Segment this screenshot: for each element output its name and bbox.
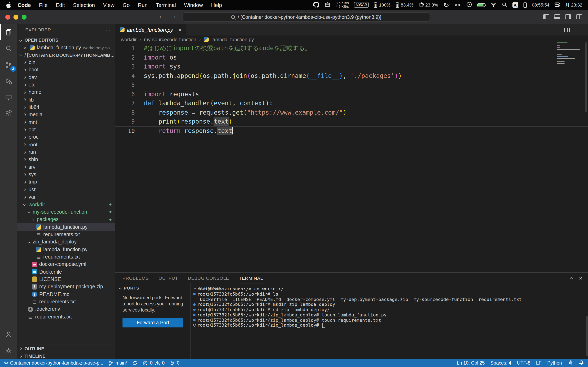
command-decoration-success[interactable]: [191, 303, 197, 306]
tree-item-sys[interactable]: sys: [17, 171, 115, 178]
open-editor-entry[interactable]: × lambda_function.py workdir/my-sour...: [17, 44, 115, 51]
command-decoration-pending[interactable]: [191, 324, 197, 327]
tree-item-media[interactable]: media: [17, 111, 115, 118]
tree-item-Dockerfile[interactable]: Dockerfile: [17, 268, 115, 276]
control-center-icon[interactable]: [555, 2, 560, 8]
tree-item-mnt[interactable]: mnt: [17, 118, 115, 126]
code-brackets-icon[interactable]: <>: [455, 2, 461, 7]
forward-button[interactable]: →: [171, 13, 176, 19]
tree-item-requirements.txt[interactable]: requirements.txt: [17, 313, 115, 320]
code-line-4[interactable]: 4sys.path.append(os.path.join(os.path.di…: [115, 71, 588, 80]
code-line-6[interactable]: 6import requests: [115, 90, 588, 99]
menu-window[interactable]: Window: [180, 2, 207, 8]
tree-item-run[interactable]: run: [17, 149, 115, 156]
menu-view[interactable]: View: [99, 2, 119, 8]
tree-item-dev[interactable]: dev: [17, 74, 115, 81]
split-editor-icon[interactable]: [564, 27, 570, 32]
tab-lambda-function[interactable]: lambda_function.py ×: [115, 24, 186, 35]
settings-gear-icon[interactable]: [0, 342, 17, 359]
panel-tab-terminal[interactable]: TERMINAL: [239, 273, 263, 284]
menu-go[interactable]: Go: [119, 2, 134, 8]
tree-item-LICENSE[interactable]: LICENSE: [17, 276, 115, 283]
accounts-icon[interactable]: [0, 326, 17, 342]
close-panel-icon[interactable]: ×: [579, 275, 582, 281]
command-decoration-success[interactable]: [191, 293, 197, 295]
toggle-secondary-sidebar-icon[interactable]: [565, 14, 571, 19]
tree-item-requirements.txt[interactable]: requirements.txt: [17, 231, 115, 238]
command-decoration-success[interactable]: [191, 319, 197, 321]
close-icon[interactable]: ×: [24, 45, 28, 50]
menu-date[interactable]: 月 23:32: [565, 2, 582, 8]
close-window-button[interactable]: [5, 15, 10, 20]
menu-help[interactable]: Help: [207, 2, 226, 8]
close-tab-icon[interactable]: ×: [178, 27, 182, 33]
apple-menu-icon[interactable]: [6, 2, 12, 8]
remote-indicator[interactable]: >< Container docker-python-lambda-zip-us…: [4, 360, 103, 365]
tree-item-my-deployment-package.zip[interactable]: my-deployment-package.zip: [17, 283, 115, 291]
zoom-window-button[interactable]: [22, 15, 26, 20]
spotlight-search-icon[interactable]: [502, 2, 507, 8]
tree-item-lambda_function.py[interactable]: lambda_function.py: [17, 246, 115, 253]
editor-scrollbar[interactable]: [585, 42, 587, 112]
command-center[interactable]: / [Container docker-python-lambda-zip-us…: [182, 12, 430, 22]
device-icon[interactable]: [523, 2, 527, 8]
wifi-icon[interactable]: [490, 2, 496, 8]
tree-item-bin[interactable]: bin: [17, 59, 115, 66]
code-editor[interactable]: 1#はじめにimportの検索pathを追加するcodeを記載する。2impor…: [115, 44, 588, 135]
menu-code[interactable]: Code: [13, 2, 35, 8]
indentation[interactable]: Spaces: 4: [490, 360, 511, 365]
terminal-scrollbar[interactable]: [586, 316, 588, 356]
code-line-10[interactable]: 10 return response.text: [115, 126, 588, 135]
command-decoration-success[interactable]: [191, 309, 197, 311]
tree-item-lambda_function.py[interactable]: lambda_function.py: [17, 223, 115, 231]
disk-usage-indicator[interactable]: 605GB: [354, 2, 369, 8]
menu-terminal[interactable]: Terminal: [152, 2, 180, 8]
more-actions-icon[interactable]: ⋯: [576, 26, 582, 33]
breadcrumb-item[interactable]: workdir: [121, 37, 137, 42]
command-decoration-success[interactable]: [191, 314, 197, 316]
tree-item-root[interactable]: root: [17, 141, 115, 149]
code-line-9[interactable]: 9 print(response.text): [115, 117, 588, 126]
tree-item-usr[interactable]: usr: [17, 186, 115, 193]
maximize-panel-icon[interactable]: [570, 277, 573, 281]
extensions-icon[interactable]: [0, 106, 17, 122]
menu-clock[interactable]: 08:55:54: [532, 2, 549, 7]
code-line-2[interactable]: 2import os: [115, 53, 588, 62]
tree-item-boot[interactable]: boot: [17, 66, 115, 74]
explorer-icon[interactable]: [0, 24, 17, 40]
tree-item-README.md[interactable]: README.md: [17, 291, 115, 298]
code-line-1[interactable]: 1#はじめにimportの検索pathを追加するcodeを記載する。: [115, 44, 588, 53]
menu-run[interactable]: Run: [134, 2, 152, 8]
notifications-bell-icon[interactable]: [579, 360, 584, 366]
search-icon[interactable]: [0, 40, 17, 57]
tree-item-srv[interactable]: srv: [17, 163, 115, 171]
tree-item-packages[interactable]: packages: [17, 216, 115, 223]
tree-item-my-sourcecode-function[interactable]: my-sourcecode-function: [17, 208, 115, 216]
tree-item-sbin[interactable]: sbin: [17, 156, 115, 164]
forward-port-button[interactable]: Forward a Port: [122, 318, 183, 327]
tree-item-zip_lambda_deploy[interactable]: zip_lambda_deploy: [17, 238, 115, 246]
panel-tab-problems[interactable]: PROBLEMS: [122, 273, 149, 284]
encoding[interactable]: UTF-8: [517, 360, 530, 365]
remote-explorer-icon[interactable]: [0, 89, 17, 106]
cursor-position[interactable]: Ln 10, Col 25: [457, 360, 485, 365]
forwarded-ports-indicator[interactable]: 0: [169, 360, 180, 366]
tree-item-home[interactable]: home: [17, 89, 115, 96]
tree-item-requirements.txt[interactable]: requirements.txt: [17, 253, 115, 261]
code-line-3[interactable]: 3import sys: [115, 62, 588, 71]
input-source-icon[interactable]: A: [512, 2, 518, 8]
problems-indicator[interactable]: 0 0: [143, 360, 165, 366]
minimap[interactable]: [557, 42, 582, 65]
ports-section-header[interactable]: PORTS: [119, 285, 139, 290]
battery-charging-icon[interactable]: [477, 3, 485, 7]
code-line-5[interactable]: 5: [115, 80, 588, 90]
tree-item-.dockerenv[interactable]: .dockerenv: [17, 305, 115, 313]
tree-item-lib64[interactable]: lib64: [17, 104, 115, 111]
git-branch-indicator[interactable]: main*: [108, 360, 128, 366]
language-mode[interactable]: Python: [547, 360, 562, 365]
box-icon[interactable]: [325, 2, 330, 8]
tree-item-lib[interactable]: lib: [17, 96, 115, 104]
customize-layout-icon[interactable]: [576, 14, 582, 19]
menu-file[interactable]: File: [35, 2, 52, 8]
battery-indicator-1[interactable]: 100%: [374, 2, 390, 8]
